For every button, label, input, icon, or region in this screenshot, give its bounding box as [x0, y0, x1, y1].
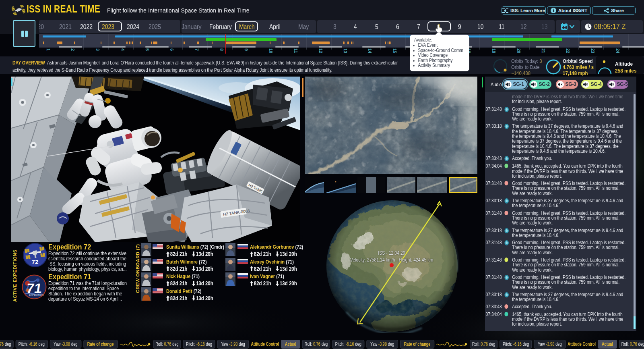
svg-text:72: 72: [32, 258, 39, 265]
svg-text:EXPEDITION: EXPEDITION: [29, 294, 43, 296]
